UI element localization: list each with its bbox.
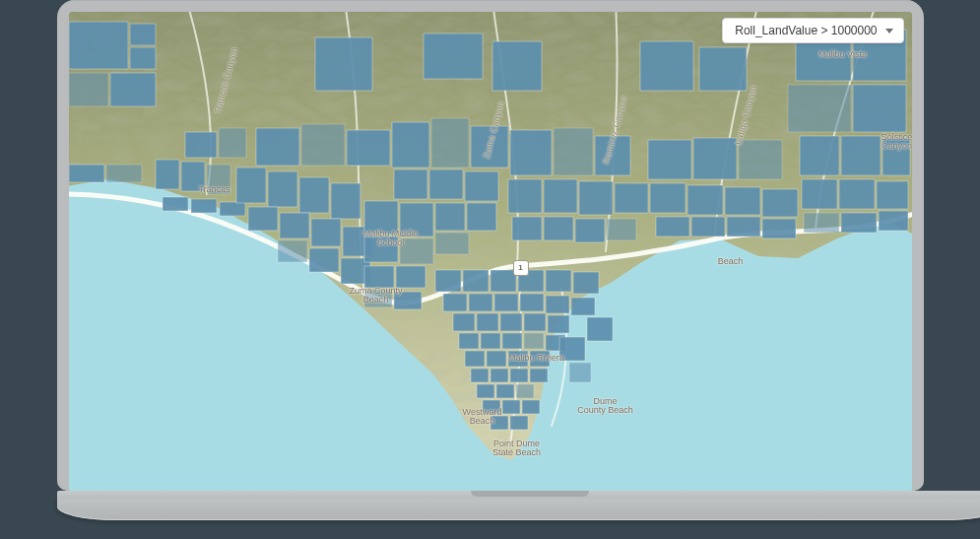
laptop-frame: Malibu Vista Malibu Middle School Zuma C… [57, 0, 924, 520]
filter-expression-text: Roll_LandValue > 1000000 [735, 24, 877, 37]
highway-1-shield: 1 [513, 260, 529, 276]
chevron-down-icon [885, 29, 893, 34]
map-viewport[interactable]: Malibu Vista Malibu Middle School Zuma C… [69, 12, 912, 491]
land-layer [69, 12, 912, 491]
laptop-notch [471, 491, 589, 497]
laptop-base [57, 499, 981, 520]
filter-expression-dropdown[interactable]: Roll_LandValue > 1000000 [722, 18, 903, 43]
laptop-hinge [57, 491, 981, 499]
laptop-bezel: Malibu Vista Malibu Middle School Zuma C… [57, 0, 924, 491]
map-canvas[interactable]: Malibu Vista Malibu Middle School Zuma C… [69, 12, 912, 491]
